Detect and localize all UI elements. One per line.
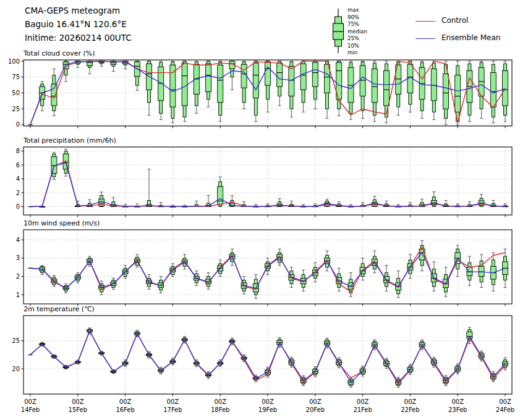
svg-text:00Z: 00Z [72,398,84,405]
svg-text:2: 2 [16,273,20,280]
svg-text:2: 2 [16,190,20,196]
svg-text:00Z: 00Z [214,398,226,405]
svg-text:50: 50 [12,90,20,96]
svg-text:16Feb: 16Feb [116,406,134,413]
svg-text:25: 25 [12,337,20,344]
svg-text:20Feb: 20Feb [306,406,325,413]
svg-text:00Z: 00Z [167,398,179,405]
svg-text:4: 4 [16,237,20,243]
meteogram-canvas: 0255075100024681234202500Z14Feb00Z15Feb0… [0,0,520,420]
svg-text:17Feb: 17Feb [163,406,182,413]
svg-text:24Feb: 24Feb [496,406,514,413]
svg-text:14Feb: 14Feb [21,406,40,413]
svg-text:00Z: 00Z [262,398,274,405]
svg-text:00Z: 00Z [451,398,464,405]
svg-text:21Feb: 21Feb [353,406,372,413]
svg-text:6: 6 [16,162,20,169]
svg-text:1: 1 [16,292,20,298]
svg-text:0: 0 [16,121,20,128]
meteogram-figure: CMA-GEPS meteogramBaguio 16.41°N 120.6°E… [0,0,520,420]
svg-text:00Z: 00Z [119,398,132,405]
svg-text:18Feb: 18Feb [211,406,229,413]
svg-text:25: 25 [12,106,20,112]
svg-text:0: 0 [16,203,20,210]
svg-text:4: 4 [16,175,20,182]
svg-text:8: 8 [16,148,20,154]
svg-text:00Z: 00Z [404,398,417,405]
svg-text:19Feb: 19Feb [258,406,277,413]
svg-text:00Z: 00Z [357,398,369,405]
svg-text:00Z: 00Z [499,398,511,405]
svg-text:22Feb: 22Feb [401,406,419,413]
svg-text:3: 3 [16,254,20,261]
svg-text:00Z: 00Z [309,398,322,405]
svg-text:20: 20 [12,366,20,372]
svg-text:00Z: 00Z [24,398,36,405]
svg-text:75: 75 [12,74,20,80]
svg-text:23Feb: 23Feb [448,406,467,413]
svg-text:100: 100 [8,58,20,65]
svg-text:15Feb: 15Feb [69,406,87,413]
